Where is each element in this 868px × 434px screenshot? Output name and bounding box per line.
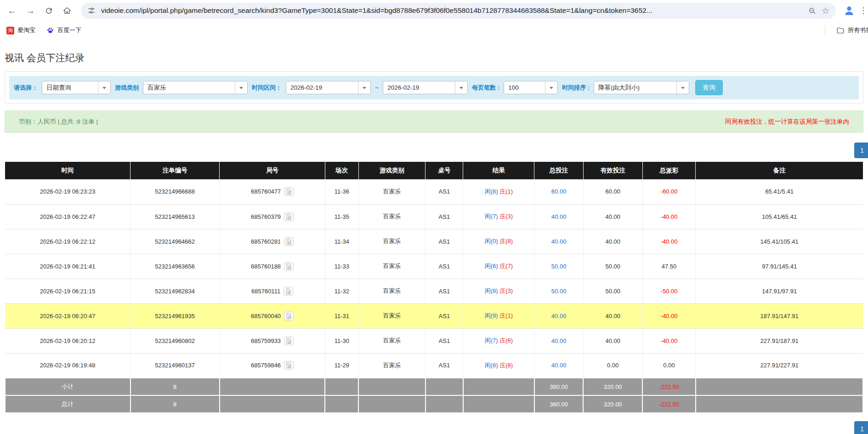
column-header: 桌号 xyxy=(425,162,463,179)
cell-time: 2026-02-19 06:19:48 xyxy=(5,353,130,378)
date-to-select[interactable]: 2026-02-19 xyxy=(383,81,468,94)
cell-valid-bet: 50.00 xyxy=(583,279,642,303)
bookmark-baidu[interactable]: 百度一下 xyxy=(46,26,81,34)
video-replay-icon[interactable] xyxy=(284,237,294,246)
summary-valid-bet: 320.00 xyxy=(583,395,642,413)
profile-avatar[interactable] xyxy=(841,3,857,18)
cell-game-type: 百家乐 xyxy=(358,229,425,254)
cell-bet-id: 523214966688 xyxy=(130,179,220,204)
home-button[interactable] xyxy=(59,2,75,19)
summary-total-bet: 360.00 xyxy=(534,395,583,413)
chevron-down-icon[interactable] xyxy=(98,81,110,94)
column-header: 场次 xyxy=(325,162,358,179)
cell-bet-id: 523214965613 xyxy=(130,204,220,229)
table-row: 2026-02-19 06:21:15 523214962834 6857601… xyxy=(5,279,863,303)
total-bet-link[interactable]: 40.00 xyxy=(551,313,567,320)
page-size-value: 100 xyxy=(504,81,545,94)
cell-remark: 65.41/5.41 xyxy=(696,179,863,204)
page-number-button[interactable]: 1 xyxy=(854,421,868,434)
total-bet-link[interactable]: 60.00 xyxy=(551,188,567,195)
taobao-icon: 淘 xyxy=(6,27,14,34)
total-bet-link[interactable]: 50.00 xyxy=(551,288,567,295)
column-header: 结果 xyxy=(463,162,534,179)
refresh-button[interactable] xyxy=(40,2,57,19)
game-type-label: 游戏类别 xyxy=(115,84,139,92)
video-replay-icon[interactable] xyxy=(284,312,294,320)
browser-menu-icon[interactable]: ⋮ xyxy=(859,6,868,16)
cell-game-type: 百家乐 xyxy=(358,303,425,328)
query-type-select[interactable]: 日期查询 xyxy=(42,81,111,94)
url-text[interactable]: videoie.com/ipl/portal.php/game/betrecor… xyxy=(101,6,803,15)
video-replay-icon[interactable] xyxy=(284,262,294,271)
avatar-icon xyxy=(843,5,855,17)
total-bet-link[interactable]: 40.00 xyxy=(551,337,567,344)
cell-remark: 145.41/105.41 xyxy=(696,229,863,254)
cell-bet-id: 523214962834 xyxy=(130,279,220,303)
page-number-button[interactable]: 1 xyxy=(854,143,868,158)
cell-result: 闲(7) 庄(3) xyxy=(463,204,534,229)
cell-result: 闲(6) 庄(7) xyxy=(463,254,534,279)
video-replay-icon[interactable] xyxy=(284,337,294,345)
zoom-icon[interactable] xyxy=(808,7,816,15)
cell-result: 闲(7) 庄(6) xyxy=(463,328,534,353)
all-bookmarks-button[interactable]: 所有书签 xyxy=(836,26,868,34)
total-bet-link[interactable]: 40.00 xyxy=(551,362,567,369)
summary-row: 总计 8 360.00 320.00 -222.50 xyxy=(5,395,863,413)
chevron-down-icon[interactable] xyxy=(455,81,467,94)
page-size-label: 每页笔数 : xyxy=(472,84,499,92)
bookmark-aitaobao[interactable]: 淘 爱淘宝 xyxy=(6,26,35,34)
cell-total-bet: 50.00 xyxy=(534,254,583,279)
video-replay-icon[interactable] xyxy=(284,287,293,296)
filter-panel: 请选择： 日期查询 游戏类别 百家乐 时间区间： 2026-02-19 ~ 20… xyxy=(5,71,863,104)
total-bet-link[interactable]: 50.00 xyxy=(551,263,567,270)
column-header: 时间 xyxy=(5,162,130,179)
cell-game-type: 百家乐 xyxy=(358,328,425,353)
total-bet-link[interactable]: 40.00 xyxy=(551,238,567,245)
cell-game-type: 百家乐 xyxy=(358,279,425,303)
chevron-down-icon[interactable] xyxy=(358,81,370,94)
page-size-select[interactable]: 100 xyxy=(504,81,558,94)
page-content: 视讯 会员下注纪录 请选择： 日期查询 游戏类别 百家乐 时间区间： 2026-… xyxy=(0,51,868,434)
search-button[interactable]: 查询 xyxy=(695,80,723,95)
summary-label: 总计 xyxy=(5,395,130,413)
cell-result: 闲(8) 庄(8) xyxy=(463,353,534,378)
video-replay-icon[interactable] xyxy=(284,361,294,370)
chevron-down-icon[interactable] xyxy=(676,81,689,94)
table-header: 时间注单编号局号场次游戏类别桌号结果总投注有效投注总派彩备注 xyxy=(5,162,863,179)
cell-remark: 105.41/65.41 xyxy=(696,204,863,229)
column-header: 游戏类别 xyxy=(358,162,425,179)
valid-bet-notice-text: 同局有效投注，统一计算在该局第一张注单内 xyxy=(725,118,849,126)
folder-icon xyxy=(836,26,845,34)
chevron-down-icon[interactable] xyxy=(235,81,247,94)
cell-table-no: AS1 xyxy=(425,179,463,204)
bookmark-star-icon[interactable]: ☆ xyxy=(822,6,829,16)
cell-total-bet: 50.00 xyxy=(534,279,583,303)
time-sort-select[interactable]: 降幂(由大到小) xyxy=(594,81,689,94)
table-row: 2026-02-19 06:23:23 523214966688 6857604… xyxy=(5,179,863,204)
cell-bet-id: 523214963656 xyxy=(130,254,220,279)
cell-round-id: 685760477 xyxy=(220,179,325,204)
cell-table-no: AS1 xyxy=(425,254,463,279)
cell-valid-bet: 40.00 xyxy=(583,229,642,254)
back-button[interactable]: ← xyxy=(4,2,20,19)
cell-session: 11-33 xyxy=(325,254,358,279)
cell-bet-id: 523214964662 xyxy=(130,229,220,254)
date-range-label: 时间区间： xyxy=(252,84,282,92)
sort-value: 降幂(由大到小) xyxy=(594,81,676,94)
total-bet-link[interactable]: 40.00 xyxy=(551,213,567,220)
game-type-select[interactable]: 百家乐 xyxy=(143,81,248,94)
cell-bet-id: 523214961935 xyxy=(130,303,220,328)
column-header: 局号 xyxy=(220,162,325,179)
chevron-down-icon[interactable] xyxy=(545,81,557,94)
video-replay-icon[interactable] xyxy=(284,187,294,196)
address-bar[interactable]: videoie.com/ipl/portal.php/game/betrecor… xyxy=(81,3,836,19)
forward-button[interactable]: → xyxy=(22,2,39,19)
cell-result: 闲(8) 庄(3) xyxy=(463,279,534,303)
bet-records-table: 时间注单编号局号场次游戏类别桌号结果总投注有效投注总派彩备注 2026-02-1… xyxy=(5,162,863,413)
cell-game-type: 百家乐 xyxy=(358,179,425,204)
date-from-select[interactable]: 2026-02-19 xyxy=(286,81,371,94)
cell-round-id: 685760111 xyxy=(220,279,325,303)
cell-valid-bet: 40.00 xyxy=(583,204,642,229)
video-replay-icon[interactable] xyxy=(284,212,294,221)
site-settings-icon[interactable] xyxy=(87,6,96,15)
